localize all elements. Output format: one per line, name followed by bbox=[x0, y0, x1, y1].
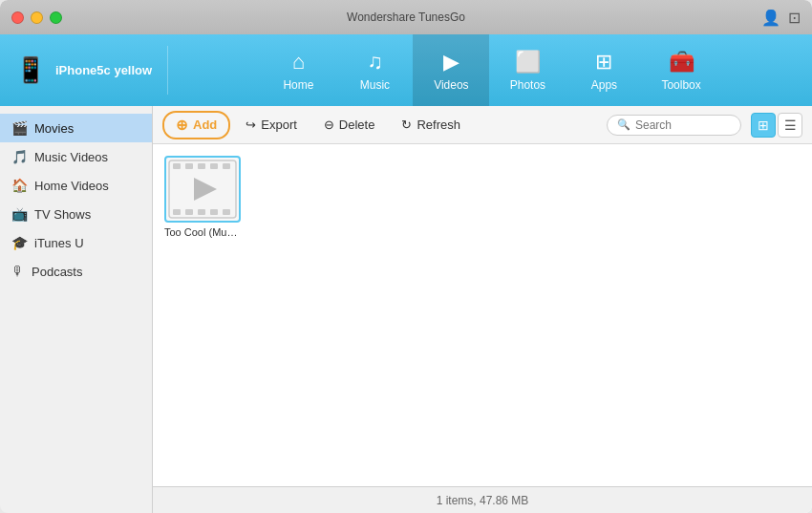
svg-rect-1 bbox=[173, 163, 181, 169]
svg-rect-8 bbox=[198, 209, 205, 215]
minimize-button[interactable] bbox=[31, 11, 43, 24]
nav-item-home[interactable]: ⌂ Home bbox=[260, 34, 336, 106]
toolbox-icon: 🧰 bbox=[669, 50, 694, 75]
top-navigation: 📱 iPhone5c yellow ⌂ Home ♫ Music ▶ Video… bbox=[0, 34, 812, 106]
maximize-button[interactable] bbox=[50, 11, 62, 24]
nav-label-photos: Photos bbox=[510, 78, 545, 92]
nav-item-music[interactable]: ♫ Music bbox=[336, 34, 413, 106]
file-thumbnail bbox=[164, 156, 241, 223]
sidebar-item-podcasts[interactable]: 🎙 Podcasts bbox=[0, 257, 152, 286]
nav-label-videos: Videos bbox=[434, 78, 468, 92]
photos-icon: ⬜ bbox=[515, 50, 541, 75]
music-icon: ♫ bbox=[367, 50, 383, 75]
titlebar: Wondershare TunesGo 👤 ⊡ bbox=[0, 0, 812, 34]
titlebar-actions: 👤 ⊡ bbox=[761, 9, 801, 27]
svg-rect-4 bbox=[210, 163, 218, 169]
refresh-button[interactable]: ↻ Refresh bbox=[390, 114, 472, 136]
device-section: 📱 iPhone5c yellow bbox=[0, 34, 167, 106]
file-item[interactable]: Too Cool (Musi... bbox=[164, 156, 241, 238]
list-view-button[interactable]: ☰ bbox=[778, 113, 802, 138]
sidebar-label-podcasts: Podcasts bbox=[32, 265, 82, 279]
svg-rect-2 bbox=[185, 163, 193, 169]
status-bar: 1 items, 47.86 MB bbox=[153, 486, 812, 513]
search-input[interactable] bbox=[635, 118, 731, 132]
window-controls bbox=[11, 11, 62, 24]
svg-rect-9 bbox=[210, 209, 218, 215]
main-area: 🎬 Movies 🎵 Music Videos 🏠 Home Videos 📺 … bbox=[0, 106, 812, 513]
nav-items: ⌂ Home ♫ Music ▶ Videos ⬜ Photos ⊞ Apps … bbox=[168, 34, 812, 106]
nav-label-apps: Apps bbox=[591, 78, 617, 92]
music-videos-sidebar-icon: 🎵 bbox=[11, 149, 28, 164]
nav-label-toolbox: Toolbox bbox=[661, 78, 700, 92]
nav-item-videos[interactable]: ▶ Videos bbox=[413, 34, 489, 106]
sidebar-label-tv-shows: TV Shows bbox=[34, 207, 91, 222]
content-panel: ⊕ Add ↪ Export ⊖ Delete ↻ Refresh 🔍 bbox=[153, 106, 812, 513]
delete-button[interactable]: ⊖ Delete bbox=[312, 114, 387, 136]
film-thumbnail-svg bbox=[167, 159, 238, 220]
sidebar: 🎬 Movies 🎵 Music Videos 🏠 Home Videos 📺 … bbox=[0, 106, 153, 513]
status-text: 1 items, 47.86 MB bbox=[437, 494, 529, 507]
search-box[interactable]: 🔍 bbox=[607, 115, 741, 136]
export-label: Export bbox=[261, 118, 297, 132]
search-icon: 🔍 bbox=[617, 118, 630, 131]
file-name: Too Cool (Musi... bbox=[164, 226, 241, 238]
device-icon: 📱 bbox=[15, 55, 46, 85]
sidebar-label-movies: Movies bbox=[34, 121, 74, 136]
svg-rect-6 bbox=[173, 209, 181, 215]
add-button[interactable]: ⊕ Add bbox=[162, 111, 230, 139]
grid-view-button[interactable]: ⊞ bbox=[751, 113, 776, 138]
refresh-label: Refresh bbox=[417, 118, 460, 132]
apps-icon: ⊞ bbox=[595, 50, 612, 75]
view-toggle: ⊞ ☰ bbox=[751, 113, 802, 138]
home-icon: ⌂ bbox=[292, 50, 305, 75]
svg-rect-3 bbox=[198, 163, 205, 169]
add-icon: ⊕ bbox=[176, 117, 188, 134]
nav-item-photos[interactable]: ⬜ Photos bbox=[489, 34, 566, 106]
sidebar-item-movies[interactable]: 🎬 Movies bbox=[0, 114, 152, 142]
svg-rect-5 bbox=[223, 163, 230, 169]
sidebar-label-home-videos: Home Videos bbox=[34, 179, 109, 193]
files-area: Too Cool (Musi... bbox=[153, 144, 812, 486]
svg-rect-10 bbox=[223, 209, 230, 215]
close-button[interactable] bbox=[11, 11, 24, 24]
device-name: iPhone5c yellow bbox=[55, 63, 152, 77]
home-videos-sidebar-icon: 🏠 bbox=[11, 178, 28, 193]
delete-icon: ⊖ bbox=[324, 118, 334, 132]
list-icon: ☰ bbox=[784, 118, 797, 133]
sidebar-item-itunes-u[interactable]: 🎓 iTunes U bbox=[0, 228, 152, 257]
itunes-u-sidebar-icon: 🎓 bbox=[11, 235, 28, 250]
sidebar-item-home-videos[interactable]: 🏠 Home Videos bbox=[0, 171, 152, 200]
nav-item-apps[interactable]: ⊞ Apps bbox=[566, 34, 642, 106]
movies-sidebar-icon: 🎬 bbox=[11, 120, 28, 136]
content-toolbar: ⊕ Add ↪ Export ⊖ Delete ↻ Refresh 🔍 bbox=[153, 106, 812, 144]
add-label: Add bbox=[193, 118, 217, 132]
nav-label-music: Music bbox=[360, 78, 390, 92]
sidebar-item-music-videos[interactable]: 🎵 Music Videos bbox=[0, 142, 152, 171]
user-icon[interactable]: 👤 bbox=[761, 9, 780, 27]
nav-item-toolbox[interactable]: 🧰 Toolbox bbox=[642, 34, 719, 106]
svg-rect-7 bbox=[185, 209, 193, 215]
app-title: Wondershare TunesGo bbox=[347, 11, 465, 24]
videos-icon: ▶ bbox=[443, 50, 459, 75]
sidebar-label-itunes-u: iTunes U bbox=[34, 236, 84, 250]
export-icon: ↪ bbox=[246, 118, 256, 132]
grid-icon: ⊞ bbox=[758, 118, 769, 133]
delete-label: Delete bbox=[339, 118, 375, 132]
podcasts-sidebar-icon: 🎙 bbox=[11, 264, 25, 279]
sidebar-item-tv-shows[interactable]: 📺 TV Shows bbox=[0, 200, 152, 228]
tv-shows-sidebar-icon: 📺 bbox=[11, 206, 28, 222]
settings-icon[interactable]: ⊡ bbox=[788, 9, 801, 27]
refresh-icon: ↻ bbox=[401, 118, 412, 132]
export-button[interactable]: ↪ Export bbox=[234, 114, 309, 136]
sidebar-label-music-videos: Music Videos bbox=[34, 150, 108, 164]
nav-label-home: Home bbox=[283, 78, 313, 92]
